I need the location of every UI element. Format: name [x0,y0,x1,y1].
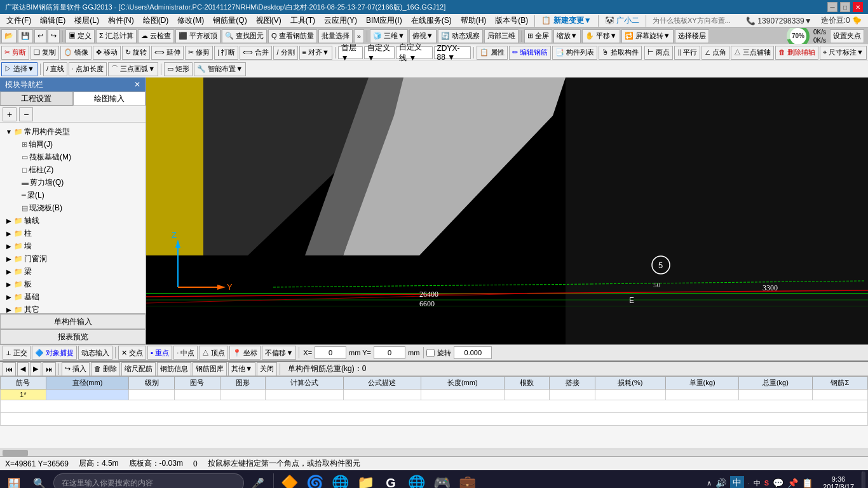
cell-total-weight[interactable] [739,390,812,400]
h-scrollbar[interactable] [0,449,868,456]
menu-edit[interactable]: 编辑(E) [36,14,69,27]
start-button[interactable]: 🪟 [3,471,25,488]
tb-parallel[interactable]: ∥ 平行 [674,46,700,60]
snap-coord[interactable]: 📍 坐标 [229,346,261,360]
menu-cloud[interactable]: 云应用(Y) [320,14,361,27]
tb-pan[interactable]: ✋ 平移▼ [582,29,620,43]
tb-rotate[interactable]: 🔁 屏幕旋转▼ [621,29,674,43]
tray-ime2[interactable]: 中 [754,478,761,488]
cell-lap[interactable] [550,390,595,400]
tb-arc[interactable]: ⌒ 三点画弧▼ [108,62,158,76]
taskbar-mic[interactable]: 🎤 [247,471,269,488]
rotate-check[interactable] [426,349,435,357]
sidebar-close-btn[interactable]: ✕ [134,80,140,89]
floor-select[interactable]: 首层 ▼ [338,46,363,59]
rebar-last[interactable]: ⏭ [43,362,56,376]
snap-object[interactable]: 🔷 对象捕捉 [32,346,77,360]
tray-expand[interactable]: ∧ [707,479,712,487]
rebar-info[interactable]: 钢筋信息 [157,362,191,376]
btn-report[interactable]: 报表预览 [0,329,146,344]
zdyx-select[interactable]: ZDYX-88 ▼ [434,46,471,59]
cell-count[interactable] [504,390,550,400]
menu-modify[interactable]: 修改(M) [173,14,208,27]
cell-diameter[interactable] [46,390,129,400]
tb-extend[interactable]: ⟺ 延伸 [151,46,184,60]
tb-move[interactable]: ✥ 移动 [93,46,121,60]
cell-formula[interactable] [266,390,343,400]
tb-split[interactable]: / 分割 [273,46,297,60]
tb-align[interactable]: ≡ 对齐▼ [299,46,332,60]
show-desktop-btn[interactable] [862,471,865,488]
sidebar-tab-project[interactable]: 工程设置 [0,92,73,105]
rebar-insert[interactable]: ↪ 插入 [62,362,90,376]
tb-open[interactable]: 📂 [1,29,17,43]
tree-column[interactable]: ▶ 📁 柱 [0,227,146,240]
rebar-delete[interactable]: 🗑 删除 [91,362,120,376]
tb-smart[interactable]: 🔧 智能布置▼ [194,62,246,76]
tree-axisline[interactable]: ▶ 📁 轴线 [0,214,146,227]
tree-beam2[interactable]: ▶ 📁 梁 [0,265,146,278]
cell-grade[interactable] [129,390,175,400]
tb-find[interactable]: 🔍 查找图元 [222,29,267,43]
tree-shear-wall[interactable]: ▬ 剪力墙(Q) [0,176,146,189]
tb-undo[interactable]: ↩ [34,29,46,43]
taskbar-app-globe[interactable]: 🌐 [405,471,428,488]
tb-property[interactable]: 📋 属性 [477,46,508,60]
tb-line[interactable]: / 直线 [43,62,67,76]
tb-angle[interactable]: ∠ 点角 [702,46,729,60]
tb-2pt[interactable]: ⊢ 两点 [644,46,673,60]
tb-more[interactable]: » [354,29,364,43]
tb-rect[interactable]: ▭ 矩形 [164,62,193,76]
taskbar-app-g[interactable]: G [379,471,402,488]
tb-batch-select[interactable]: 批量选择 [318,29,353,43]
rebar-prev[interactable]: ◀ [17,362,29,376]
tb-top-view[interactable]: 俯视▼ [409,29,437,43]
tb-comp-list[interactable]: 📑 构件列表 [552,46,597,60]
tree-col[interactable]: ◻ 框柱(Z) [0,163,146,176]
tray-msg[interactable]: 💬 [773,478,783,488]
window-controls[interactable]: ─ □ ✕ [827,2,863,12]
menu-draw[interactable]: 绘图(D) [139,14,173,27]
sidebar-add-btn[interactable]: + [3,107,17,121]
tb-merge[interactable]: ⟺ 合并 [240,46,272,60]
taskbar-app-swirl[interactable]: 🌀 [303,471,326,488]
menu-component[interactable]: 构件(N) [104,14,138,27]
cell-rebar-sum[interactable] [812,390,867,400]
menu-view[interactable]: 视图(V) [252,14,285,27]
taskbar-clock[interactable]: 9:36 2017/8/17 [818,475,859,488]
tb-3d[interactable]: 🧊 三维▼ [370,29,408,43]
tb-fullscreen[interactable]: ⊞ 全屏 [524,29,552,43]
tb-dim[interactable]: ⌖ 尺寸标注▼ [820,46,867,60]
tree-raft[interactable]: ▭ 筏板基础(M) [0,151,146,163]
menu-version[interactable]: 版本号(B) [491,14,532,27]
cell-figure-num[interactable] [174,390,220,400]
snap-endpoint[interactable]: ▪ 重点 [147,346,172,360]
snap-orthogonal[interactable]: ⊥ 正交 [3,346,31,360]
btn-single-input[interactable]: 单构件输入 [0,314,146,329]
taskbar-app-work[interactable]: 💼 [456,471,478,488]
snap-no-offset[interactable]: 不偏移▼ [262,346,296,360]
menu-floor[interactable]: 楼层(L) [71,14,103,27]
tb-break[interactable]: | 打断 [214,46,238,60]
taskbar-app-ie[interactable]: 🌐 [329,471,351,488]
tb-level-top[interactable]: ⬛ 平齐板顶 [175,29,220,43]
tb-mirror[interactable]: 🪞 镜像 [60,46,92,60]
tree-axis[interactable]: ⊞ 轴网(J) [0,138,146,151]
rebar-next[interactable]: ▶ [30,362,41,376]
tb-set-vertex[interactable]: 设置夹点 [830,29,864,43]
menu-rebar-qty[interactable]: 钢筋量(Q) [209,14,250,27]
tray-clip[interactable]: 📋 [802,478,813,488]
sidebar-tab-draw[interactable]: 绘图输入 [73,92,146,105]
menu-bim[interactable]: BIM应用(I) [362,14,406,27]
taskbar-app-ggjicon[interactable]: 🔶 [278,471,301,488]
tree-wall[interactable]: ▶ 📁 墙 [0,240,146,252]
tb-3pt-aux[interactable]: △ 三点辅轴 [731,46,774,60]
rebar-library[interactable]: 钢筋图库 [193,362,227,376]
tree-common-types[interactable]: ▼ 📁 常用构件类型 [0,125,146,138]
menu-new-change[interactable]: 📋 新建变更▼ [538,14,595,27]
cell-length[interactable] [421,390,504,400]
tree-window-door[interactable]: ▶ 📁 门窗洞 [0,252,146,265]
cell-desc[interactable] [343,390,421,400]
tree-foundation[interactable]: ▶ 📁 基础 [0,290,146,303]
rotate-input[interactable] [454,346,492,359]
